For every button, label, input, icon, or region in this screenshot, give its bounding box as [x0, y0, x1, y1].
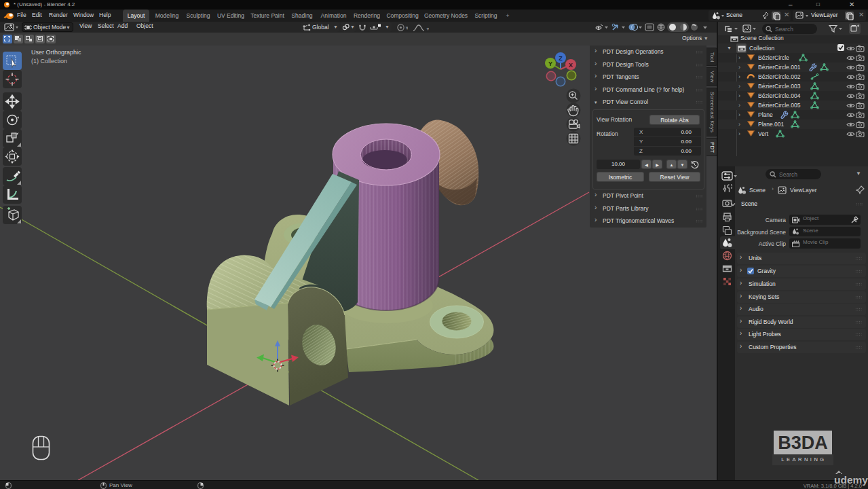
svg-text:Z: Z — [559, 55, 563, 62]
svg-text:▼: ▼ — [404, 25, 408, 31]
svg-text:X: X — [569, 62, 573, 69]
svg-text:▼: ▼ — [426, 26, 429, 31]
svg-text:Y: Y — [548, 60, 552, 67]
